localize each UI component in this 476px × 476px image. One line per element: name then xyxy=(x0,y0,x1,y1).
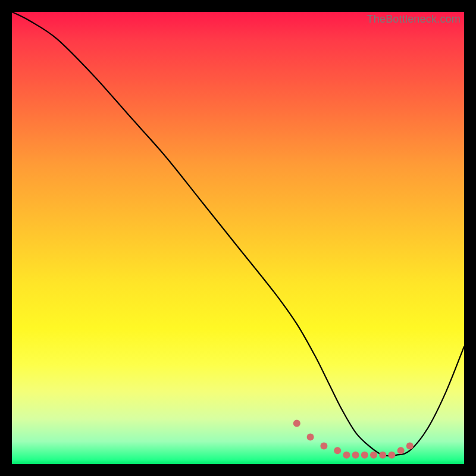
trough-dot xyxy=(293,420,300,427)
trough-markers xyxy=(293,420,414,459)
trough-dot xyxy=(352,452,359,459)
trough-dot xyxy=(370,452,377,459)
bottleneck-curve xyxy=(12,12,464,456)
watermark-text: TheBottleneck.com xyxy=(367,13,461,26)
chart-svg xyxy=(12,12,464,464)
trough-dot xyxy=(334,447,341,454)
trough-dot xyxy=(343,452,350,459)
trough-dot xyxy=(388,452,395,459)
trough-dot xyxy=(397,447,405,454)
trough-dot xyxy=(320,443,327,450)
plot-area xyxy=(12,12,464,464)
trough-dot xyxy=(307,433,314,440)
trough-dot xyxy=(406,443,414,450)
chart-frame: TheBottleneck.com xyxy=(12,12,464,464)
trough-dot xyxy=(361,452,368,459)
trough-dot xyxy=(379,452,386,459)
